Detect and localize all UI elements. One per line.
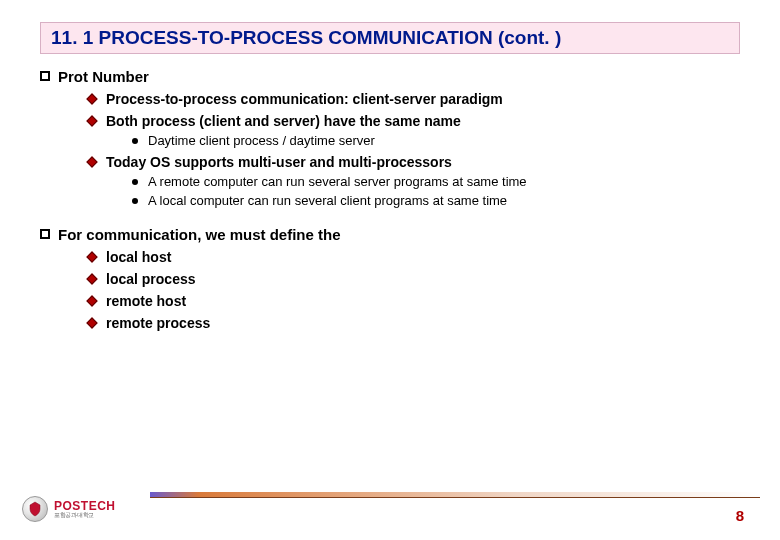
diamond-icon: [86, 93, 97, 104]
bullet-lvl2: local host: [88, 249, 740, 265]
bullet-lvl2: remote process: [88, 315, 740, 331]
bullet-lvl3: A remote computer can run several server…: [132, 174, 740, 189]
diamond-icon: [86, 317, 97, 328]
logo-name: POSTECH: [54, 500, 116, 512]
lvl1-text: Prot Number: [58, 68, 149, 85]
bullet-lvl2: Both process (client and server) have th…: [88, 113, 740, 129]
slide-body: Prot Number Process-to-process communica…: [40, 68, 740, 331]
dot-icon: [132, 138, 138, 144]
dot-icon: [132, 179, 138, 185]
lvl1-text: For communication, we must define the: [58, 226, 341, 243]
lvl3-text: A local computer can run several client …: [148, 193, 507, 208]
slide-title: 11. 1 PROCESS-TO-PROCESS COMMUNICATION (…: [51, 27, 729, 49]
diamond-icon: [86, 156, 97, 167]
logo-subname: 포항공과대학교: [54, 512, 116, 518]
lvl2-text: local process: [106, 271, 196, 287]
square-icon: [40, 71, 50, 81]
bullet-lvl2: remote host: [88, 293, 740, 309]
logo-text: POSTECH 포항공과대학교: [54, 500, 116, 518]
page-number: 8: [736, 507, 744, 524]
postech-logo: POSTECH 포항공과대학교: [22, 496, 116, 522]
diamond-icon: [86, 273, 97, 284]
lvl2-text: Today OS supports multi-user and multi-p…: [106, 154, 452, 170]
lvl2-text: Process-to-process communication: client…: [106, 91, 503, 107]
diamond-icon: [86, 115, 97, 126]
lvl2-text: remote process: [106, 315, 210, 331]
lvl2-text: local host: [106, 249, 171, 265]
lvl2-text: remote host: [106, 293, 186, 309]
lvl3-text: Daytime client process / daytime server: [148, 133, 375, 148]
bullet-lvl1: Prot Number: [40, 68, 740, 85]
bullet-lvl2: Process-to-process communication: client…: [88, 91, 740, 107]
slide-title-bar: 11. 1 PROCESS-TO-PROCESS COMMUNICATION (…: [40, 22, 740, 54]
logo-badge-icon: [22, 496, 48, 522]
square-icon: [40, 229, 50, 239]
bullet-lvl2: local process: [88, 271, 740, 287]
lvl3-text: A remote computer can run several server…: [148, 174, 527, 189]
footer-divider: [150, 492, 760, 498]
diamond-icon: [86, 295, 97, 306]
dot-icon: [132, 198, 138, 204]
bullet-lvl2: Today OS supports multi-user and multi-p…: [88, 154, 740, 170]
lvl2-text: Both process (client and server) have th…: [106, 113, 461, 129]
diamond-icon: [86, 251, 97, 262]
bullet-lvl1: For communication, we must define the: [40, 226, 740, 243]
bullet-lvl3: Daytime client process / daytime server: [132, 133, 740, 148]
bullet-lvl3: A local computer can run several client …: [132, 193, 740, 208]
